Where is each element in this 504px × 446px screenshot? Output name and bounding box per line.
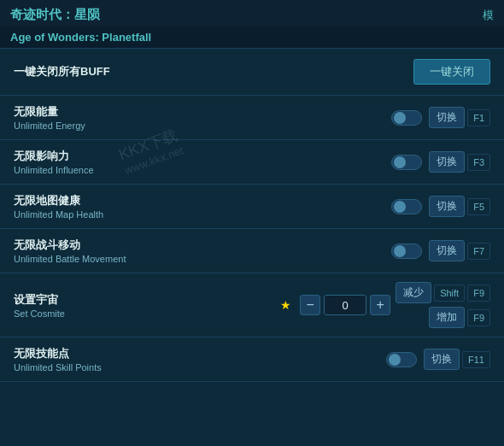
cosmite-increase-key-btn[interactable]: 增加 bbox=[429, 307, 465, 328]
toggle-skills[interactable] bbox=[386, 352, 417, 367]
game-subtitle: Age of Wonders: Planetfall bbox=[0, 26, 504, 49]
key-code-skills: F11 bbox=[462, 351, 490, 368]
close-all-section: 一键关闭所有BUFF 一键关闭 bbox=[0, 49, 504, 96]
content-area: KKX下载 www.kkx.net 一键关闭所有BUFF 一键关闭 无限能量 U… bbox=[0, 49, 504, 446]
key-group-map-health: 切换 F5 bbox=[429, 196, 490, 217]
key-toggle-btn-map-health[interactable]: 切换 bbox=[429, 196, 465, 217]
toggle-knob bbox=[389, 354, 401, 366]
cosmite-decrease-key-btn[interactable]: 减少 bbox=[396, 282, 431, 303]
cosmite-shift-key: Shift bbox=[434, 285, 465, 302]
cheat-row-unlimited-skills: 无限技能点 Unlimited Skill Points 切换 F11 bbox=[0, 337, 504, 382]
key-code-energy: F1 bbox=[467, 109, 490, 126]
cheat-label-unlimited-skills: 无限技能点 Unlimited Skill Points bbox=[14, 346, 102, 373]
key-group-battle-movement: 切换 F7 bbox=[429, 240, 490, 261]
app-window: 奇迹时代：星陨 模 Age of Wonders: Planetfall KKX… bbox=[0, 0, 504, 446]
cosmite-increase-btn[interactable]: + bbox=[370, 295, 390, 315]
cosmite-increase-f9-key: F9 bbox=[467, 309, 490, 326]
key-code-battle-movement: F7 bbox=[467, 243, 490, 260]
key-group-unlimited-energy: 切换 F1 bbox=[429, 107, 490, 128]
title-bar: 奇迹时代：星陨 模 bbox=[0, 0, 504, 26]
cheat-controls-unlimited-energy: 切换 F1 bbox=[391, 107, 490, 128]
cosmite-decrease-btn[interactable]: − bbox=[300, 295, 320, 315]
title-bar-right[interactable]: 模 bbox=[483, 8, 494, 23]
toggle-wrap-battle-movement bbox=[391, 244, 422, 259]
close-all-button[interactable]: 一键关闭 bbox=[413, 59, 490, 85]
toggle-knob bbox=[394, 201, 406, 213]
star-icon: ★ bbox=[280, 298, 291, 312]
key-group-skills: 切换 F11 bbox=[424, 349, 490, 370]
toggle-unlimited-influence[interactable] bbox=[391, 155, 422, 170]
cheat-row-set-cosmite: 设置宇宙 Set Cosmite ★ − + 减少 Shift F9 bbox=[0, 273, 504, 337]
cheat-row-unlimited-map-health: 无限地图健康 Unlimited Map Health 切换 F5 bbox=[0, 185, 504, 229]
toggle-map-health[interactable] bbox=[391, 199, 422, 214]
cosmite-decrease-keys: 减少 Shift F9 bbox=[396, 282, 490, 303]
toggle-wrap-unlimited-energy bbox=[391, 110, 422, 126]
cheat-controls-battle-movement: 切换 F7 bbox=[391, 240, 490, 261]
toggle-wrap-skills bbox=[386, 352, 417, 367]
cheat-label-unlimited-influence: 无限影响力 Unlimited Influence bbox=[14, 149, 94, 175]
key-toggle-btn-influence[interactable]: 切换 bbox=[429, 151, 465, 173]
cheat-label-unlimited-energy: 无限能量 Unlimited Energy bbox=[14, 104, 85, 131]
key-toggle-btn-energy[interactable]: 切换 bbox=[429, 107, 465, 128]
cheat-label-unlimited-map-health: 无限地图健康 Unlimited Map Health bbox=[14, 193, 103, 220]
app-title: 奇迹时代：星陨 bbox=[10, 7, 100, 23]
toggle-knob bbox=[394, 245, 406, 257]
cosmite-decrease-f9-key: F9 bbox=[467, 285, 490, 302]
cosmite-input[interactable] bbox=[324, 295, 366, 315]
cheat-row-unlimited-influence: 无限影响力 Unlimited Influence 切换 F3 bbox=[0, 140, 504, 185]
toggle-wrap-influence bbox=[391, 155, 422, 170]
key-toggle-btn-battle-movement[interactable]: 切换 bbox=[429, 240, 465, 261]
cheat-label-unlimited-battle-movement: 无限战斗移动 Unlimited Battle Movement bbox=[14, 238, 126, 264]
key-toggle-btn-skills[interactable]: 切换 bbox=[424, 349, 460, 370]
cosmite-label-zh: 设置宇宙 bbox=[14, 292, 65, 308]
toggle-wrap-map-health bbox=[391, 199, 422, 214]
key-code-map-health: F5 bbox=[467, 198, 490, 215]
cheat-row-unlimited-battle-movement: 无限战斗移动 Unlimited Battle Movement 切换 F7 bbox=[0, 229, 504, 273]
toggle-knob bbox=[394, 112, 406, 124]
cosmite-row-controls: ★ − + 减少 Shift F9 增加 F9 bbox=[280, 282, 490, 328]
close-all-label: 一键关闭所有BUFF bbox=[14, 64, 110, 79]
key-group-influence: 切换 F3 bbox=[429, 151, 490, 173]
cheat-row-unlimited-energy: 无限能量 Unlimited Energy 切换 F1 bbox=[0, 96, 504, 140]
cheat-controls-skills: 切换 F11 bbox=[386, 349, 490, 370]
toggle-battle-movement[interactable] bbox=[391, 244, 422, 259]
cheat-controls-map-health: 切换 F5 bbox=[391, 196, 490, 217]
key-code-influence: F3 bbox=[467, 154, 490, 171]
cosmite-label-en: Set Cosmite bbox=[14, 308, 65, 319]
cheat-controls-unlimited-influence: 切换 F3 bbox=[391, 151, 490, 173]
toggle-unlimited-energy[interactable] bbox=[391, 110, 422, 126]
cosmite-increase-keys: 增加 F9 bbox=[429, 307, 490, 328]
cosmite-stepper: − + bbox=[300, 295, 390, 315]
toggle-knob bbox=[394, 156, 406, 168]
cosmite-key-controls: 减少 Shift F9 增加 F9 bbox=[396, 282, 490, 328]
cheat-label-set-cosmite: 设置宇宙 Set Cosmite bbox=[14, 292, 65, 319]
